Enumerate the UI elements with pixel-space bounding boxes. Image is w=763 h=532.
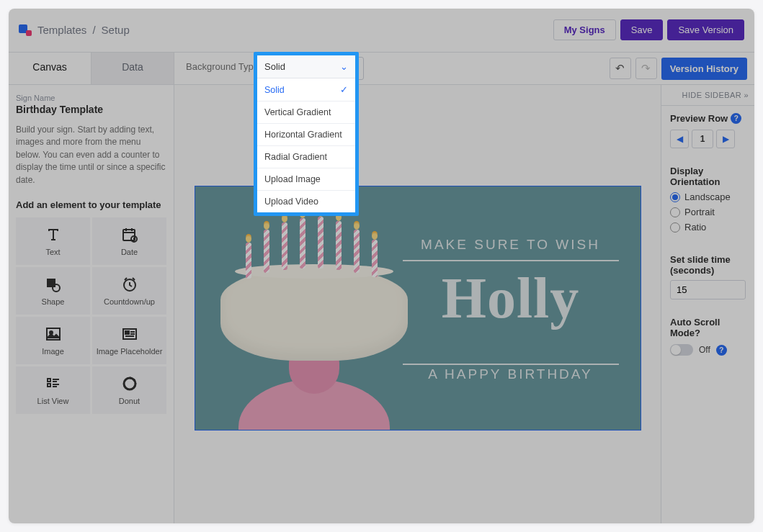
shape-icon <box>45 276 62 293</box>
row-number: 1 <box>692 130 713 148</box>
element-grid: Text Date Shape Countdown/up Image <box>16 217 166 414</box>
element-image-placeholder[interactable]: Image Placeholder <box>92 317 166 364</box>
element-list-view[interactable]: List View <box>16 366 90 414</box>
next-row-button[interactable]: ▶ <box>716 130 735 148</box>
canvas-divider <box>403 260 619 261</box>
radio-icon <box>670 207 680 217</box>
auto-scroll-state: Off <box>699 345 710 355</box>
calendar-icon <box>121 226 138 243</box>
app-logo-icon <box>19 23 32 36</box>
candle-graphic <box>372 240 378 277</box>
toolbar-right: ↶ ↷ Version History <box>610 53 754 84</box>
canvas-text-name[interactable]: Holly <box>403 266 619 331</box>
auto-scroll-toggle[interactable] <box>670 344 693 356</box>
sign-canvas[interactable]: MAKE SURE TO WISH Holly A HAPPY BIRTHDAY <box>195 186 641 430</box>
body: Sign Name Birthday Template Build your s… <box>9 85 754 523</box>
right-panel: HIDE SIDEBAR » Preview Row ? ◀ 1 ▶ Displ… <box>661 85 754 523</box>
text-icon <box>45 226 62 243</box>
element-date[interactable]: Date <box>92 217 166 265</box>
save-button[interactable]: Save <box>620 19 664 40</box>
list-icon <box>45 375 62 392</box>
breadcrumb-sep: / <box>92 24 95 36</box>
help-icon[interactable]: ? <box>731 113 741 124</box>
add-element-heading: Add an element to your template <box>16 199 166 210</box>
element-label: Donut <box>119 397 140 405</box>
svg-rect-8 <box>125 331 129 334</box>
orientation-label: Display Orientation <box>670 166 746 187</box>
dropdown-option-vertical-gradient[interactable]: Vertical Gradient <box>257 102 355 124</box>
prev-row-button[interactable]: ◀ <box>670 130 689 148</box>
donut-icon <box>121 375 138 392</box>
dropdown-option-radial-gradient[interactable]: Radial Gradient <box>257 146 355 168</box>
element-label: List View <box>37 397 69 405</box>
element-label: Date <box>121 248 138 256</box>
candle-graphic <box>282 222 287 270</box>
background-type-dropdown: Solid ⌄ Solid✓ Vertical Gradient Horizon… <box>254 52 359 216</box>
tab-canvas[interactable]: Canvas <box>9 53 92 84</box>
element-label: Countdown/up <box>104 297 155 306</box>
radio-icon <box>670 192 680 202</box>
header: Templates / Setup My Signs Save Save Ver… <box>9 9 754 45</box>
canvas-text-bottom[interactable]: A HAPPY BIRTHDAY <box>403 366 619 382</box>
redo-button[interactable]: ↷ <box>635 58 657 79</box>
my-signs-button[interactable]: My Signs <box>553 19 616 40</box>
header-actions: My Signs Save Save Version <box>553 19 744 40</box>
slide-time-label2: (seconds) <box>670 265 746 276</box>
version-history-button[interactable]: Version History <box>661 58 747 80</box>
element-shape[interactable]: Shape <box>16 267 90 315</box>
dropdown-option-solid[interactable]: Solid✓ <box>257 78 355 102</box>
orientation-section: Display Orientation Landscape Portrait R… <box>661 158 754 247</box>
preview-row-label: Preview Row ? <box>670 113 746 124</box>
element-text[interactable]: Text <box>16 217 90 265</box>
canvas-text-top[interactable]: MAKE SURE TO WISH <box>403 237 619 253</box>
element-image[interactable]: Image <box>16 317 90 364</box>
svg-rect-2 <box>47 279 55 287</box>
canvas-divider <box>403 364 619 365</box>
check-icon: ✓ <box>340 84 348 95</box>
help-icon[interactable]: ? <box>716 345 727 356</box>
candle-graphic <box>246 243 251 279</box>
orientation-ratio[interactable]: Ratio <box>670 222 746 233</box>
save-version-button[interactable]: Save Version <box>667 19 744 40</box>
auto-scroll-label: Auto Scroll Mode? <box>670 317 746 338</box>
dropdown-option-upload-video[interactable]: Upload Video <box>257 191 355 212</box>
canvas-area: MAKE SURE TO WISH Holly A HAPPY BIRTHDAY <box>174 85 661 523</box>
element-countdown[interactable]: Countdown/up <box>92 267 166 315</box>
chevron-right-icon: » <box>744 91 749 99</box>
slide-time-input[interactable] <box>670 280 746 299</box>
sign-name-label: Sign Name <box>16 94 166 102</box>
dropdown-option-upload-image[interactable]: Upload Image <box>257 168 355 191</box>
tab-data[interactable]: Data <box>92 53 174 84</box>
dropdown-selected-label: Solid <box>264 61 285 72</box>
dropdown-option-horizontal-gradient[interactable]: Horizontal Gradient <box>257 124 355 146</box>
left-panel: Sign Name Birthday Template Build your s… <box>9 85 174 523</box>
undo-button[interactable]: ↶ <box>610 58 631 79</box>
preview-row-pager: ◀ 1 ▶ <box>670 130 746 148</box>
app-frame: Templates / Setup My Signs Save Save Ver… <box>9 9 754 523</box>
radio-icon <box>670 222 680 233</box>
breadcrumb-current: Setup <box>102 24 130 36</box>
sign-name-value: Birthday Template <box>16 104 166 115</box>
breadcrumb: Templates / Setup <box>19 23 130 36</box>
dropdown-selected[interactable]: Solid ⌄ <box>257 55 355 78</box>
dropdown-list: Solid✓ Vertical Gradient Horizontal Grad… <box>257 78 355 212</box>
candle-graphic <box>354 230 360 273</box>
breadcrumb-root[interactable]: Templates <box>37 24 86 36</box>
element-donut[interactable]: Donut <box>92 366 166 414</box>
hide-sidebar-button[interactable]: HIDE SIDEBAR » <box>661 85 754 106</box>
element-label: Image Placeholder <box>97 347 163 356</box>
candle-graphic <box>336 221 342 270</box>
orientation-landscape[interactable]: Landscape <box>670 191 746 202</box>
image-icon <box>45 325 62 343</box>
sign-help-text: Build your sign. Start by adding text, i… <box>16 124 166 186</box>
toolbar: Canvas Data Background Type Solid ⌄ ↶ ↷ … <box>9 52 754 85</box>
auto-scroll-section: Auto Scroll Mode? Off ? <box>661 310 754 366</box>
preview-row-section: Preview Row ? ◀ 1 ▶ <box>661 106 754 158</box>
countdown-icon <box>121 276 138 293</box>
candle-graphic <box>300 218 305 269</box>
orientation-portrait[interactable]: Portrait <box>670 207 746 217</box>
element-label: Text <box>45 248 60 256</box>
slide-time-section: Set slide time (seconds) <box>661 247 754 310</box>
element-label: Shape <box>42 297 65 306</box>
hide-sidebar-label: HIDE SIDEBAR <box>682 91 741 99</box>
